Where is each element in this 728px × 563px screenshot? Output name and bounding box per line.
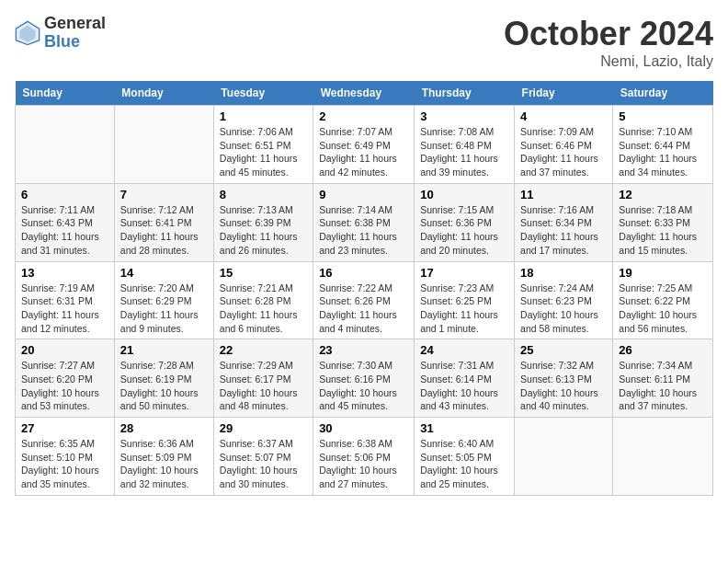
calendar-cell: 8Sunrise: 7:13 AM Sunset: 6:39 PM Daylig…	[213, 183, 313, 261]
day-number: 31	[420, 421, 508, 435]
day-info: Sunrise: 6:40 AM Sunset: 5:05 PM Dayligh…	[420, 437, 508, 491]
day-number: 5	[619, 109, 707, 123]
day-info: Sunrise: 7:13 AM Sunset: 6:39 PM Dayligh…	[220, 203, 307, 258]
calendar-cell: 31Sunrise: 6:40 AM Sunset: 5:05 PM Dayli…	[415, 418, 515, 496]
day-number: 13	[21, 266, 108, 280]
weekday-header: Wednesday	[313, 81, 415, 106]
calendar-cell: 15Sunrise: 7:21 AM Sunset: 6:28 PM Dayli…	[213, 261, 313, 339]
calendar-cell	[515, 418, 613, 496]
day-info: Sunrise: 7:32 AM Sunset: 6:13 PM Dayligh…	[520, 359, 607, 413]
calendar-table: SundayMondayTuesdayWednesdayThursdayFrid…	[15, 81, 713, 496]
day-number: 25	[520, 343, 607, 357]
calendar-cell: 18Sunrise: 7:24 AM Sunset: 6:23 PM Dayli…	[515, 261, 613, 339]
day-number: 6	[21, 188, 108, 201]
day-info: Sunrise: 6:36 AM Sunset: 5:09 PM Dayligh…	[120, 437, 208, 491]
day-number: 15	[220, 266, 307, 280]
day-number: 28	[120, 421, 208, 435]
weekday-header: Saturday	[613, 81, 713, 106]
calendar-cell	[16, 106, 115, 184]
logo-text: General Blue	[44, 15, 106, 52]
day-info: Sunrise: 7:10 AM Sunset: 6:44 PM Dayligh…	[619, 125, 707, 179]
day-info: Sunrise: 7:24 AM Sunset: 6:23 PM Dayligh…	[520, 282, 607, 336]
calendar-cell: 30Sunrise: 6:38 AM Sunset: 5:06 PM Dayli…	[313, 418, 415, 496]
day-info: Sunrise: 7:30 AM Sunset: 6:16 PM Dayligh…	[319, 359, 408, 413]
day-info: Sunrise: 7:28 AM Sunset: 6:19 PM Dayligh…	[120, 359, 208, 413]
calendar-cell: 13Sunrise: 7:19 AM Sunset: 6:31 PM Dayli…	[16, 261, 115, 339]
calendar-week-row: 20Sunrise: 7:27 AM Sunset: 6:20 PM Dayli…	[16, 339, 713, 418]
day-number: 20	[21, 343, 108, 357]
logo-icon	[15, 20, 40, 46]
day-info: Sunrise: 7:18 AM Sunset: 6:33 PM Dayligh…	[619, 203, 707, 258]
calendar-cell: 1Sunrise: 7:06 AM Sunset: 6:51 PM Daylig…	[213, 106, 313, 184]
day-info: Sunrise: 7:14 AM Sunset: 6:38 PM Dayligh…	[319, 203, 408, 258]
calendar-cell: 21Sunrise: 7:28 AM Sunset: 6:19 PM Dayli…	[114, 339, 213, 418]
logo-blue-text: Blue	[44, 33, 106, 52]
calendar-cell: 4Sunrise: 7:09 AM Sunset: 6:46 PM Daylig…	[515, 106, 613, 184]
day-info: Sunrise: 6:37 AM Sunset: 5:07 PM Dayligh…	[220, 437, 307, 491]
day-info: Sunrise: 7:11 AM Sunset: 6:43 PM Dayligh…	[21, 203, 108, 258]
logo-general-text: General	[44, 15, 106, 33]
calendar-cell: 12Sunrise: 7:18 AM Sunset: 6:33 PM Dayli…	[613, 183, 713, 261]
day-number: 9	[319, 188, 408, 201]
day-number: 29	[220, 421, 307, 435]
calendar-cell: 2Sunrise: 7:07 AM Sunset: 6:49 PM Daylig…	[313, 106, 415, 184]
day-number: 11	[520, 188, 607, 201]
calendar-cell: 14Sunrise: 7:20 AM Sunset: 6:29 PM Dayli…	[114, 261, 213, 339]
calendar-cell: 16Sunrise: 7:22 AM Sunset: 6:26 PM Dayli…	[313, 261, 415, 339]
day-info: Sunrise: 7:09 AM Sunset: 6:46 PM Dayligh…	[520, 125, 607, 179]
day-number: 27	[21, 421, 108, 435]
calendar-week-row: 6Sunrise: 7:11 AM Sunset: 6:43 PM Daylig…	[16, 183, 713, 261]
day-number: 17	[420, 266, 508, 280]
day-number: 3	[420, 109, 508, 123]
title-block: October 2024 Nemi, Lazio, Italy	[504, 15, 713, 70]
day-number: 7	[120, 188, 208, 201]
logo: General Blue	[15, 15, 106, 52]
calendar-cell	[114, 106, 213, 184]
calendar-cell: 25Sunrise: 7:32 AM Sunset: 6:13 PM Dayli…	[515, 339, 613, 418]
calendar-cell: 29Sunrise: 6:37 AM Sunset: 5:07 PM Dayli…	[213, 418, 313, 496]
day-info: Sunrise: 7:08 AM Sunset: 6:48 PM Dayligh…	[420, 125, 508, 179]
day-number: 24	[420, 343, 508, 357]
day-info: Sunrise: 7:07 AM Sunset: 6:49 PM Dayligh…	[319, 125, 408, 179]
day-info: Sunrise: 7:06 AM Sunset: 6:51 PM Dayligh…	[220, 125, 307, 179]
calendar-cell: 19Sunrise: 7:25 AM Sunset: 6:22 PM Dayli…	[613, 261, 713, 339]
calendar-cell: 24Sunrise: 7:31 AM Sunset: 6:14 PM Dayli…	[415, 339, 515, 418]
day-info: Sunrise: 7:29 AM Sunset: 6:17 PM Dayligh…	[220, 359, 307, 413]
calendar-cell	[613, 418, 713, 496]
calendar-cell: 9Sunrise: 7:14 AM Sunset: 6:38 PM Daylig…	[313, 183, 415, 261]
day-number: 23	[319, 343, 408, 357]
location: Nemi, Lazio, Italy	[504, 53, 713, 70]
day-number: 10	[420, 188, 508, 201]
weekday-header: Friday	[515, 81, 613, 106]
calendar-week-row: 27Sunrise: 6:35 AM Sunset: 5:10 PM Dayli…	[16, 418, 713, 496]
day-info: Sunrise: 7:22 AM Sunset: 6:26 PM Dayligh…	[319, 282, 408, 336]
day-info: Sunrise: 6:35 AM Sunset: 5:10 PM Dayligh…	[21, 437, 108, 491]
calendar-cell: 5Sunrise: 7:10 AM Sunset: 6:44 PM Daylig…	[613, 106, 713, 184]
calendar-cell: 3Sunrise: 7:08 AM Sunset: 6:48 PM Daylig…	[415, 106, 515, 184]
day-info: Sunrise: 6:38 AM Sunset: 5:06 PM Dayligh…	[319, 437, 408, 491]
calendar-cell: 17Sunrise: 7:23 AM Sunset: 6:25 PM Dayli…	[415, 261, 515, 339]
day-number: 16	[319, 266, 408, 280]
day-info: Sunrise: 7:19 AM Sunset: 6:31 PM Dayligh…	[21, 282, 108, 336]
day-info: Sunrise: 7:34 AM Sunset: 6:11 PM Dayligh…	[619, 359, 707, 413]
day-number: 8	[220, 188, 307, 201]
day-info: Sunrise: 7:21 AM Sunset: 6:28 PM Dayligh…	[220, 282, 307, 336]
weekday-header: Monday	[114, 81, 213, 106]
calendar-cell: 7Sunrise: 7:12 AM Sunset: 6:41 PM Daylig…	[114, 183, 213, 261]
day-info: Sunrise: 7:23 AM Sunset: 6:25 PM Dayligh…	[420, 282, 508, 336]
day-number: 26	[619, 343, 707, 357]
day-info: Sunrise: 7:20 AM Sunset: 6:29 PM Dayligh…	[120, 282, 208, 336]
calendar-cell: 10Sunrise: 7:15 AM Sunset: 6:36 PM Dayli…	[415, 183, 515, 261]
page-header: General Blue October 2024 Nemi, Lazio, I…	[15, 15, 713, 70]
day-number: 30	[319, 421, 408, 435]
calendar-cell: 28Sunrise: 6:36 AM Sunset: 5:09 PM Dayli…	[114, 418, 213, 496]
calendar-cell: 11Sunrise: 7:16 AM Sunset: 6:34 PM Dayli…	[515, 183, 613, 261]
day-info: Sunrise: 7:25 AM Sunset: 6:22 PM Dayligh…	[619, 282, 707, 336]
calendar-cell: 22Sunrise: 7:29 AM Sunset: 6:17 PM Dayli…	[213, 339, 313, 418]
day-number: 18	[520, 266, 607, 280]
day-info: Sunrise: 7:12 AM Sunset: 6:41 PM Dayligh…	[120, 203, 208, 258]
day-number: 12	[619, 188, 707, 201]
day-number: 2	[319, 109, 408, 123]
weekday-header: Thursday	[415, 81, 515, 106]
calendar-header-row: SundayMondayTuesdayWednesdayThursdayFrid…	[16, 81, 713, 106]
